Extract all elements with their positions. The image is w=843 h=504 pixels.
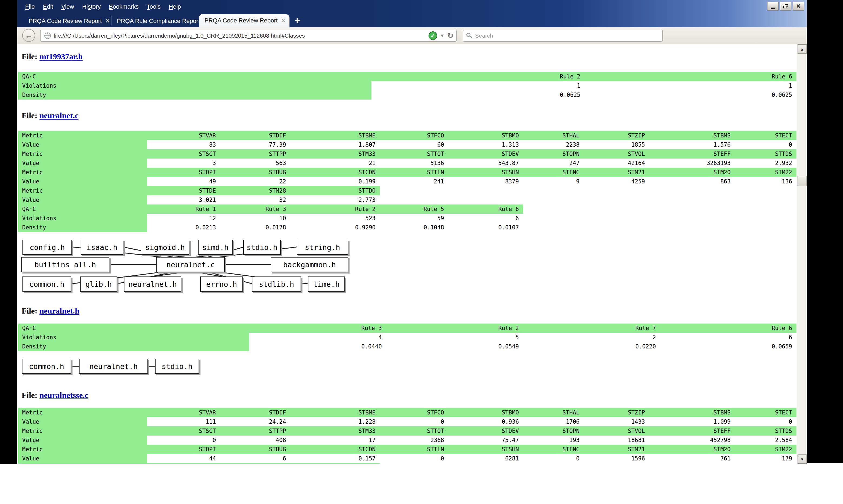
graph-node: sigmoid.h xyxy=(141,240,190,255)
value-cell: 0.0107 xyxy=(449,223,523,232)
value-cell: 0.0625 xyxy=(585,90,796,100)
column-header-cell: STHAL xyxy=(523,408,584,417)
column-header-cell: STM21 xyxy=(584,168,649,177)
column-header-cell: STBME xyxy=(290,131,380,140)
empty-cell xyxy=(649,204,735,214)
window-controls: × xyxy=(767,2,804,11)
menu-item-view[interactable]: View xyxy=(57,2,78,12)
value-cell: 60 xyxy=(380,140,448,149)
menu-item-history[interactable]: History xyxy=(78,2,105,12)
empty-cell xyxy=(523,204,584,214)
menu-item-file[interactable]: File xyxy=(21,2,39,12)
empty-cell xyxy=(523,186,584,195)
column-header-cell: STCDN xyxy=(290,168,380,177)
scrollbar-thumb[interactable] xyxy=(797,176,807,186)
value-cell: 59 xyxy=(380,214,448,223)
value-cell: 6 xyxy=(220,454,290,463)
column-header-cell: STM22 xyxy=(735,445,796,454)
menu-item-tools[interactable]: Tools xyxy=(143,2,164,12)
table-row: MetricSTVARSTDIFSTBMESTFCOSTBMOSTHALSTZI… xyxy=(18,131,796,140)
new-tab-button[interactable]: + xyxy=(294,16,300,25)
search-input[interactable] xyxy=(475,33,659,39)
tab-2[interactable]: PRQA Rule Compliance Report✕ xyxy=(111,15,199,27)
column-header-cell: STVOL xyxy=(584,426,649,435)
column-header-cell: STTOT xyxy=(380,426,448,435)
empty-cell xyxy=(735,204,796,214)
table-row: Density0.06250.0625 xyxy=(18,90,796,100)
column-header-cell: Rule 6 xyxy=(660,324,796,333)
value-cell: 0.936 xyxy=(449,417,523,426)
metrics-table: QA·CRule 3Rule 2Rule 7Rule 6Violations45… xyxy=(18,324,796,351)
tab-3[interactable]: PRQA Code Review Report✕ xyxy=(199,14,289,27)
row-label: Metric xyxy=(18,463,147,464)
row-label: Metric xyxy=(18,445,147,454)
graph-node: neuralnet.h xyxy=(79,359,148,374)
empty-cell xyxy=(523,223,584,232)
value-cell: 12 xyxy=(147,214,220,223)
metrics-table: MetricSTVARSTDIFSTBMESTFCOSTBMOSTHALSTZI… xyxy=(18,408,796,464)
back-button[interactable]: ← xyxy=(22,29,35,42)
empty-cell xyxy=(584,223,649,232)
file-link[interactable]: neuralnetsse.c xyxy=(39,391,88,400)
column-header-cell: STM20 xyxy=(649,168,735,177)
table-row: Value4460.1570628101596761179 xyxy=(18,454,796,463)
column-header-cell: Rule 3 xyxy=(220,204,290,214)
tab-1[interactable]: PRQA Code Review Report✕ xyxy=(23,15,111,27)
close-button[interactable]: × xyxy=(793,2,804,11)
column-header-cell: STECT xyxy=(735,131,796,140)
extension-check-icon[interactable]: ✓ xyxy=(429,31,437,40)
row-label: Metric xyxy=(18,186,147,195)
file-link[interactable]: neuralnet.c xyxy=(39,111,78,120)
row-label: Value xyxy=(18,140,147,149)
value-cell: 0.199 xyxy=(290,177,380,186)
vertical-scrollbar[interactable]: ▲ ▼ xyxy=(797,44,807,464)
row-label: Metric xyxy=(18,149,147,159)
graph-node: stdio.h xyxy=(243,240,281,255)
column-header-cell: STSHN xyxy=(449,168,523,177)
minimize-button[interactable] xyxy=(767,2,778,11)
tab-close-icon[interactable]: ✕ xyxy=(277,17,286,24)
value-cell: 0.1048 xyxy=(380,223,448,232)
row-label: QA·C xyxy=(18,72,372,81)
reload-icon[interactable]: ↻ xyxy=(447,31,453,40)
graph-node: stdio.h xyxy=(155,359,199,374)
restore-button[interactable] xyxy=(780,2,791,11)
menu-item-bookmarks[interactable]: Bookmarks xyxy=(105,2,143,12)
tab-close-icon[interactable]: ✕ xyxy=(102,18,110,24)
value-cell: 21 xyxy=(290,159,380,168)
search-box[interactable] xyxy=(463,30,663,42)
file-link[interactable]: neuralnet.h xyxy=(39,306,79,315)
column-header-cell: Rule 7 xyxy=(523,324,660,333)
row-label: Value xyxy=(18,177,147,186)
scroll-up-button[interactable]: ▲ xyxy=(797,44,807,54)
column-header-cell: STTDO xyxy=(290,186,380,195)
empty-cell xyxy=(735,463,796,464)
value-cell: 0 xyxy=(380,454,448,463)
column-header-cell: Rule 2 xyxy=(290,204,380,214)
graph-node: isaac.h xyxy=(80,240,123,255)
scroll-down-button[interactable]: ▼ xyxy=(797,454,807,464)
column-header-cell: STVAR xyxy=(147,131,220,140)
empty-cell xyxy=(523,214,584,223)
graph-node: common.h xyxy=(22,359,71,374)
table-row: Density0.04400.05490.02200.0659 xyxy=(18,342,796,351)
empty-cell xyxy=(523,463,584,464)
column-header-cell: STZIP xyxy=(584,408,649,417)
url-bar[interactable]: file:///C:/Users/darren_riley/Pictures/d… xyxy=(40,30,457,42)
value-cell: 22 xyxy=(220,177,290,186)
globe-icon xyxy=(44,33,51,39)
graph-node: simd.h xyxy=(198,240,233,255)
file-link[interactable]: mt19937ar.h xyxy=(39,52,83,61)
table-row: MetricSTVARSTDIFSTBMESTFCOSTBMOSTHALSTZI… xyxy=(18,408,796,417)
restore-icon xyxy=(783,4,788,8)
menu-item-edit[interactable]: Edit xyxy=(39,2,57,12)
row-label: Value xyxy=(18,454,147,463)
menu-item-help[interactable]: Help xyxy=(165,2,185,12)
column-header-cell: STOPN xyxy=(523,426,584,435)
value-cell: 49 xyxy=(147,177,220,186)
column-header-cell: STEFF xyxy=(649,149,735,159)
chevron-down-icon[interactable]: ▼ xyxy=(440,33,445,39)
file-heading: File: neuralnet.c xyxy=(22,111,78,120)
column-header-cell: Rule 6 xyxy=(585,72,796,81)
column-header-cell: STTDO xyxy=(290,463,380,464)
